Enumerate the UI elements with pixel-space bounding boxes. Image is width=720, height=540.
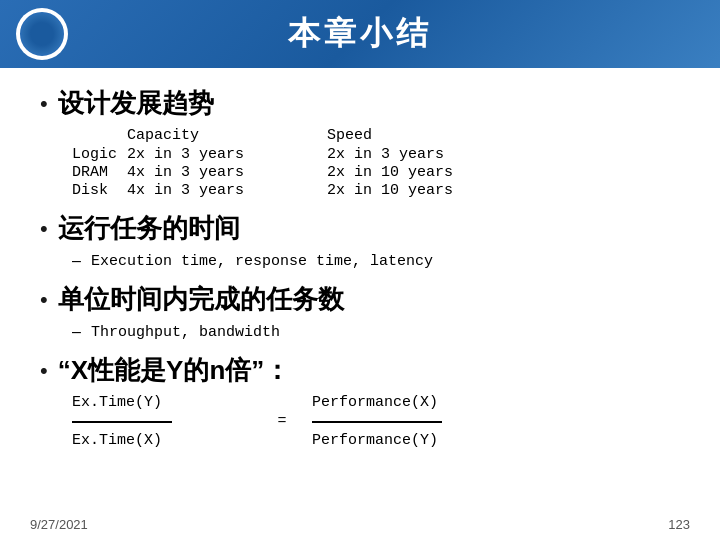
formula-bottom-row: Ex.Time(X) Performance(Y) (72, 432, 680, 449)
cap-table-header-row: Capacity Speed (72, 127, 680, 144)
bullet-dot-1: • (40, 93, 48, 115)
cap-dram-label: DRAM (72, 164, 127, 181)
bullet-header-1: • 设计发展趋势 (40, 86, 680, 121)
formula-block: Ex.Time(Y) Performance(X) = Ex.Time(X) (72, 394, 680, 449)
formula-line-left (72, 421, 172, 423)
bullet-label-2: 运行任务的时间 (58, 211, 240, 246)
formula-top-right: Performance(X) (312, 394, 512, 411)
formula-divider-left (72, 419, 252, 425)
capacity-table: Capacity Speed Logic 2x in 3 years 2x in… (72, 127, 680, 199)
cap-disk-label: Disk (72, 182, 127, 199)
sub-bullet-2: – Execution time, response time, latency (72, 252, 680, 270)
cap-row-dram: DRAM 4x in 3 years 2x in 10 years (72, 164, 680, 181)
formula-equals-cell: = (252, 413, 312, 430)
bullet-dot-4: • (40, 360, 48, 382)
formula-top-row: Ex.Time(Y) Performance(X) (72, 394, 680, 411)
sub-dash-2: – (72, 252, 81, 270)
main-content: • 设计发展趋势 Capacity Speed Logic 2x in 3 ye… (0, 68, 720, 471)
sub-text-3: Throughput, bandwidth (91, 324, 280, 341)
bullet-section-2: • 运行任务的时间 – Execution time, response tim… (40, 211, 680, 270)
header: 本章小结 (0, 0, 720, 68)
cap-header-capacity: Capacity (127, 127, 327, 144)
cap-row-disk: Disk 4x in 3 years 2x in 10 years (72, 182, 680, 199)
footer-date: 9/27/2021 (30, 517, 88, 532)
logo (16, 8, 68, 60)
formula-divider-right (312, 419, 512, 425)
bullet-header-4: • “X性能是Y的n倍”： (40, 353, 680, 388)
bullet-section-3: • 单位时间内完成的任务数 – Throughput, bandwidth (40, 282, 680, 341)
bullet-label-3: 单位时间内完成的任务数 (58, 282, 344, 317)
sub-dash-3: – (72, 323, 81, 341)
formula-bottom-left: Ex.Time(X) (72, 432, 252, 449)
bullet-section-4: • “X性能是Y的n倍”： Ex.Time(Y) Performance(X) … (40, 353, 680, 449)
bullet-label-1: 设计发展趋势 (58, 86, 214, 121)
cap-row-logic: Logic 2x in 3 years 2x in 3 years (72, 146, 680, 163)
formula-top-left: Ex.Time(Y) (72, 394, 252, 411)
footer: 9/27/2021 123 (0, 517, 720, 532)
sub-bullet-3: – Throughput, bandwidth (72, 323, 680, 341)
cap-logic-speed: 2x in 3 years (327, 146, 527, 163)
cap-header-speed: Speed (327, 127, 527, 144)
bullet-dot-2: • (40, 218, 48, 240)
page-title: 本章小结 (288, 12, 432, 56)
sub-text-2: Execution time, response time, latency (91, 253, 433, 270)
formula-bottom-right: Performance(Y) (312, 432, 512, 449)
formula-divider-row: = (72, 413, 680, 430)
cap-disk-capacity: 4x in 3 years (127, 182, 327, 199)
logo-inner (20, 12, 64, 56)
bullet-header-2: • 运行任务的时间 (40, 211, 680, 246)
cap-dram-capacity: 4x in 3 years (127, 164, 327, 181)
bullet-dot-3: • (40, 289, 48, 311)
cap-logic-capacity: 2x in 3 years (127, 146, 327, 163)
footer-page: 123 (668, 517, 690, 532)
cap-disk-speed: 2x in 10 years (327, 182, 527, 199)
cap-header-empty (72, 127, 127, 144)
cap-dram-speed: 2x in 10 years (327, 164, 527, 181)
formula-equals: = (277, 413, 286, 430)
bullet-header-3: • 单位时间内完成的任务数 (40, 282, 680, 317)
bullet-label-4: “X性能是Y的n倍”： (58, 353, 291, 388)
cap-logic-label: Logic (72, 146, 127, 163)
bullet-section-1: • 设计发展趋势 Capacity Speed Logic 2x in 3 ye… (40, 86, 680, 199)
formula-line-right (312, 421, 442, 423)
